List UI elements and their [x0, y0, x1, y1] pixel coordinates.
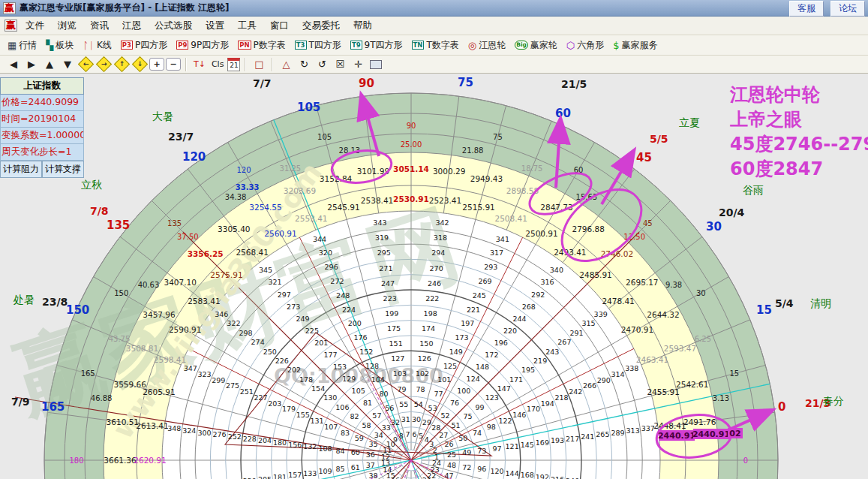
whiteboard-button[interactable]: [368, 57, 384, 71]
svg-text:126: 126: [418, 354, 431, 363]
svg-text:121: 121: [506, 442, 519, 450]
toolbar-t-square-button[interactable]: T3T四方形: [293, 38, 344, 53]
menu-item-2[interactable]: 资讯: [83, 18, 116, 34]
t9-badge: T9: [350, 41, 362, 50]
tn-badge: TN: [412, 41, 425, 50]
menu-item-9[interactable]: 帮助: [347, 18, 379, 34]
svg-text:223: 223: [383, 294, 397, 303]
p9-badge: P9: [176, 41, 188, 50]
menu-item-1[interactable]: 浏览: [51, 18, 83, 34]
svg-text:75: 75: [458, 76, 473, 89]
svg-text:220: 220: [503, 327, 517, 335]
box-x-button[interactable]: ☒: [332, 57, 348, 71]
svg-text:247: 247: [381, 279, 395, 288]
svg-text:2695.17: 2695.17: [626, 278, 658, 287]
svg-text:123: 123: [485, 393, 499, 402]
svg-text:46.88: 46.88: [91, 394, 113, 402]
calc-resistance-button[interactable]: 计算阻力: [0, 161, 42, 178]
svg-text:100: 100: [457, 387, 470, 395]
svg-text:81: 81: [363, 399, 372, 407]
svg-text:105: 105: [317, 133, 332, 141]
svg-text:31: 31: [401, 415, 410, 423]
zoom-in-button[interactable]: +: [149, 58, 164, 71]
svg-text:2530.91: 2530.91: [393, 194, 429, 203]
triangle-tool-button[interactable]: △: [278, 57, 294, 71]
svg-text:316: 316: [540, 278, 554, 286]
svg-text:199: 199: [385, 309, 398, 318]
svg-text:3559.66: 3559.66: [114, 380, 147, 389]
toolbar-gann-wheel-button[interactable]: ◎江恩轮: [466, 38, 508, 53]
menu-item-7[interactable]: 窗口: [263, 18, 296, 34]
pan-right-button[interactable]: ▶: [23, 57, 40, 71]
calendar-button[interactable]: 21: [227, 58, 240, 71]
menu-item-8[interactable]: 交易委托: [296, 18, 347, 34]
rect-tool-button[interactable]: □: [251, 57, 267, 71]
calc-support-button[interactable]: 计算支撑: [42, 161, 84, 178]
svg-text:0: 0: [778, 400, 785, 414]
svg-text:61: 61: [351, 463, 360, 471]
menu-item-0[interactable]: 文件: [19, 18, 51, 34]
svg-text:250: 250: [263, 348, 277, 356]
pan-left-button[interactable]: ◀: [5, 57, 22, 71]
svg-text:342: 342: [436, 218, 449, 227]
toolbar-9p-square-label: 9P四方形: [191, 39, 229, 52]
zoom-out-button[interactable]: −: [166, 58, 181, 71]
svg-text:20/4: 20/4: [719, 206, 745, 218]
toolbar-service-button[interactable]: $赢家服务: [611, 38, 659, 53]
svg-text:2560.91: 2560.91: [264, 229, 296, 238]
svg-text:131: 131: [310, 417, 323, 425]
toolbar-winner-wheel-button[interactable]: Big赢家轮: [512, 38, 560, 53]
support-button[interactable]: 客服: [789, 1, 824, 17]
menu-item-3[interactable]: 江恩: [116, 18, 148, 34]
menu-item-4[interactable]: 公式选股: [148, 18, 199, 34]
svg-text:76: 76: [450, 399, 459, 407]
svg-text:78: 78: [416, 385, 425, 393]
toolbar-9t-square-button[interactable]: T99T四方形: [348, 38, 405, 53]
svg-text:02: 02: [729, 429, 740, 438]
gann-wheel-canvas[interactable]: 赢家财富网www.yingjia360.comQQ:10080086012345…: [0, 74, 868, 479]
toolbar-hexagon-button[interactable]: ⬡六角形: [564, 38, 606, 53]
toolbar-t-table-button[interactable]: TNT数字表: [410, 38, 461, 53]
svg-text:269: 269: [479, 277, 492, 285]
svg-text:7: 7: [405, 430, 410, 438]
svg-text:3356.25: 3356.25: [188, 249, 224, 258]
svg-text:135: 135: [107, 218, 130, 232]
svg-text:172: 172: [485, 351, 498, 359]
rotate-ccw-button[interactable]: ↺: [314, 57, 330, 71]
cls-button[interactable]: Cls: [209, 57, 226, 71]
toolbar-kline-label: K线: [97, 39, 112, 52]
forum-button[interactable]: 论坛: [830, 1, 865, 17]
toolbar-quotes-button[interactable]: ▦行情: [5, 38, 39, 53]
toolbar-sectors-button[interactable]: ▚板块: [44, 38, 76, 53]
svg-text:6.25: 6.25: [695, 335, 711, 343]
svg-text:314: 314: [611, 370, 624, 378]
toolbar-9p-square-button[interactable]: P99P四方形: [174, 38, 231, 53]
step-down-button[interactable]: ↓: [131, 57, 148, 71]
svg-text:275: 275: [226, 381, 239, 390]
svg-text:224: 224: [342, 306, 356, 314]
price-axis-button[interactable]: T↓: [191, 57, 208, 71]
rotate-up-button[interactable]: ▲: [41, 57, 58, 71]
svg-text:53: 53: [428, 404, 437, 412]
info-row-2: 变换系数=1.00000: [0, 128, 84, 144]
kline-icon: ᛚᛁ: [83, 41, 95, 50]
svg-text:54: 54: [414, 400, 423, 408]
svg-text:322: 322: [227, 319, 240, 327]
step-right-button[interactable]: →: [95, 57, 112, 71]
center-mark-button[interactable]: ✛: [350, 57, 366, 71]
rotate-cw-button[interactable]: ↻: [296, 57, 312, 71]
svg-text:178: 178: [299, 375, 313, 384]
rotate-down-button[interactable]: ▼: [59, 57, 76, 71]
svg-text:102: 102: [416, 369, 429, 378]
menu-item-6[interactable]: 工具: [231, 18, 263, 34]
svg-text:192: 192: [536, 473, 549, 479]
menu-item-5[interactable]: 设置: [199, 18, 231, 34]
svg-text:225: 225: [305, 327, 319, 335]
svg-text:200: 200: [348, 319, 362, 327]
svg-text:169: 169: [536, 438, 549, 447]
toolbar-kline-button[interactable]: ᛚᛁK线: [80, 38, 113, 53]
step-up-button[interactable]: ↑: [113, 57, 130, 71]
step-left-button[interactable]: ←: [77, 57, 94, 71]
toolbar-p-square-button[interactable]: P3P四方形: [119, 38, 170, 53]
toolbar-p-table-button[interactable]: PNP数字表: [236, 38, 288, 53]
